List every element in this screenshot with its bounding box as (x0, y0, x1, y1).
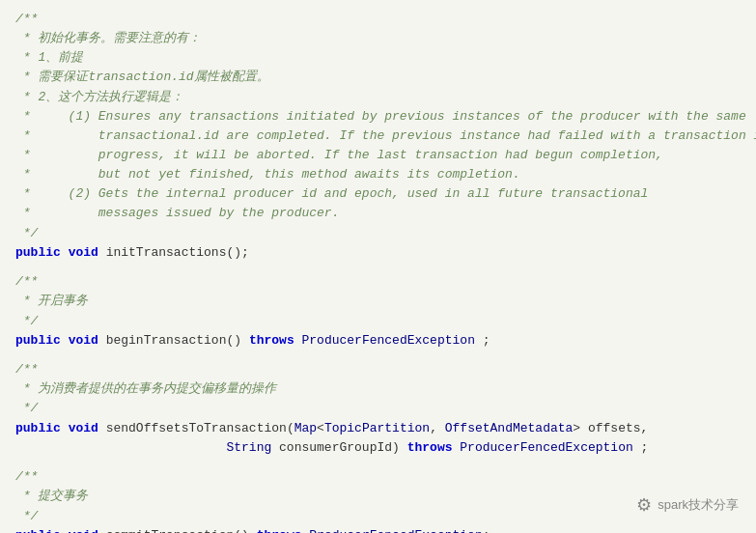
code-line (15, 263, 741, 272)
code-line (15, 458, 741, 467)
code-line: * 1、前提 (15, 48, 741, 68)
code-line: */ (15, 312, 741, 331)
code-line: * 提交事务 (15, 487, 741, 506)
code-display: /** * 初始化事务。需要注意的有： * 1、前提 * 需要保证transac… (15, 10, 741, 533)
code-line: * 初始化事务。需要注意的有： (15, 29, 741, 48)
code-line: public void sendOffsetsToTransaction(Map… (15, 419, 741, 438)
code-line: * transactional.id are completed. If the… (15, 126, 741, 146)
code-line: * (2) Gets the internal producer id and … (15, 184, 741, 204)
code-line: * 开启事务 (15, 292, 741, 311)
code-line: * (1) Ensures any transactions initiated… (15, 107, 741, 126)
code-line: * but not yet finished, this method awai… (15, 165, 741, 184)
code-line: * 为消费者提供的在事务内提交偏移量的操作 (15, 379, 741, 399)
watermark-icon: ⚙ (636, 494, 652, 516)
code-line: */ (15, 224, 741, 243)
code-line: * 需要保证transaction.id属性被配置。 (15, 68, 741, 87)
code-line: public void beginTransaction() throws Pr… (15, 331, 741, 351)
code-line: */ (15, 507, 741, 526)
code-line: public void commitTransaction() throws P… (15, 526, 741, 533)
code-line: public void initTransactions(); (15, 243, 741, 263)
code-line (15, 351, 741, 360)
code-line: * progress, it will be aborted. If the l… (15, 146, 741, 165)
code-line: * messages issued by the producer. (15, 204, 741, 223)
code-container: /** * 初始化事务。需要注意的有： * 1、前提 * 需要保证transac… (0, 0, 756, 533)
code-line: /** (15, 467, 741, 487)
code-line: /** (15, 272, 741, 292)
code-line: /** (15, 10, 741, 29)
code-line: */ (15, 399, 741, 418)
watermark: ⚙ spark技术分享 (636, 494, 739, 516)
code-line: /** (15, 360, 741, 379)
watermark-text: spark技术分享 (658, 496, 739, 514)
code-line: String consumerGroupId) throws ProducerF… (15, 438, 741, 458)
code-line: * 2、这个方法执行逻辑是： (15, 88, 741, 107)
